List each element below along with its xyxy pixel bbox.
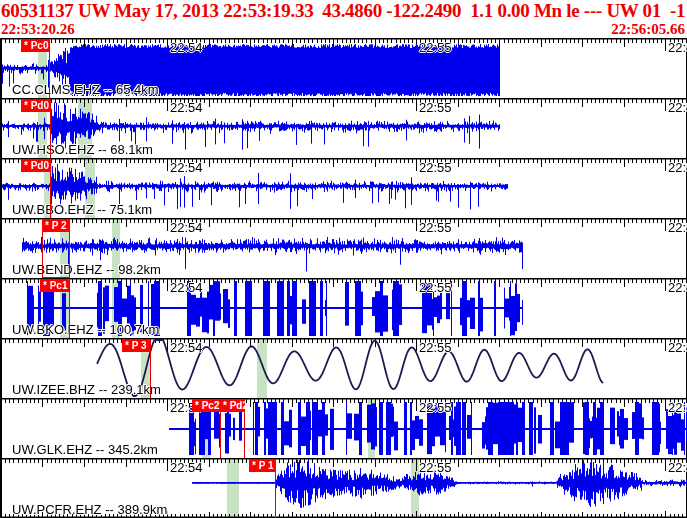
window-start-time: 22:53:20.26: [1, 21, 75, 38]
pick-flag[interactable]: * Pc2: [192, 399, 220, 412]
pick-flag[interactable]: * Pd0: [21, 99, 51, 112]
trace-panel: 22:5422:5522:56UW.BBO.EHZ -- 75.1km* Pd0: [2, 158, 687, 218]
station-label: UW.PCFR.EHZ -- 389.9km: [12, 502, 167, 517]
trace-panel: 22:5422:5522:56UW.GLK.EHZ -- 345.2km* Pc…: [2, 398, 687, 458]
time-label: 22:56: [668, 100, 687, 115]
pick-line[interactable]: [150, 339, 151, 398]
pick-flag[interactable]: * P 3: [122, 339, 150, 352]
time-label: 22:56: [668, 40, 687, 55]
station-label: CC.CLMS.EHZ -- 65.4km: [12, 82, 159, 97]
time-label: 22:54: [170, 340, 203, 355]
station-label: UW.BEND.EHZ -- 98.2km: [12, 262, 161, 277]
time-label: 22:55: [419, 40, 452, 55]
time-label: 22:56: [668, 340, 687, 355]
trace-area: 22:5422:5522:56CC.CLMS.EHZ -- 65.4km* Pc…: [0, 38, 687, 518]
station-label: UW.HSO.EHZ -- 68.1km: [12, 142, 153, 157]
time-label: 22:56: [668, 460, 687, 475]
station-label: UW.GLK.EHZ -- 345.2km: [12, 442, 158, 457]
time-label: 22:55: [419, 460, 452, 475]
time-label: 22:55: [419, 280, 452, 295]
time-label: 22:56: [668, 220, 687, 235]
time-label: 22:54: [170, 40, 203, 55]
pick-flag[interactable]: * Pd0: [21, 159, 51, 172]
time-label: 22:56: [668, 160, 687, 175]
time-label: 22:54: [170, 160, 203, 175]
station-label: UW.BBO.EHZ -- 75.1km: [12, 202, 152, 217]
seismogram-viewer-window: 60531137 UW May 17, 2013 22:53:19.33 43.…: [0, 0, 687, 518]
time-label: 22:54: [170, 460, 203, 475]
time-label: 22:55: [419, 340, 452, 355]
trace-panel: 22:5422:5522:56UW.IZEE.BHZ -- 239.1km* P…: [2, 338, 687, 398]
time-label: 22:54: [170, 220, 203, 235]
station-label: UW.IZEE.BHZ -- 239.1km: [12, 382, 161, 397]
trace-panel: 22:5422:5522:56UW.PCFR.EHZ -- 389.9km* P…: [2, 458, 687, 518]
trace-panel: 22:5422:5522:56CC.CLMS.EHZ -- 65.4km* Pc…: [2, 38, 687, 98]
time-label: 22:54: [170, 280, 203, 295]
time-label: 22:55: [419, 400, 452, 415]
trace-panel: 22:5422:5522:56UW.BEND.EHZ -- 98.2km* P …: [2, 218, 687, 278]
trace-panel: 22:5422:5522:56UW.BKO.EHZ -- 100.7km* Pc…: [2, 278, 687, 338]
station-label: UW.BKO.EHZ -- 100.7km: [12, 322, 159, 337]
time-label: 22:55: [419, 220, 452, 235]
pick-line[interactable]: [69, 279, 70, 338]
pick-flag[interactable]: * Pd2: [220, 399, 245, 412]
time-label: 22:56: [668, 400, 687, 415]
pick-flag[interactable]: * Pc1: [40, 279, 69, 292]
trace-panel: 22:5422:5522:56UW.HSO.EHZ -- 68.1km* Pd0: [2, 98, 687, 158]
time-label: 22:55: [419, 160, 452, 175]
time-label: 22:55: [419, 100, 452, 115]
pick-flag[interactable]: * P 2: [42, 219, 70, 232]
time-label: 22:56: [668, 280, 687, 295]
time-label: 22:54: [170, 100, 203, 115]
pick-flag[interactable]: * P 1: [249, 459, 276, 472]
event-header-title: 60531137 UW May 17, 2013 22:53:19.33 43.…: [1, 0, 685, 22]
pick-flag[interactable]: * Pc0: [21, 39, 50, 52]
window-end-time: 22:56:05.66: [611, 21, 685, 38]
